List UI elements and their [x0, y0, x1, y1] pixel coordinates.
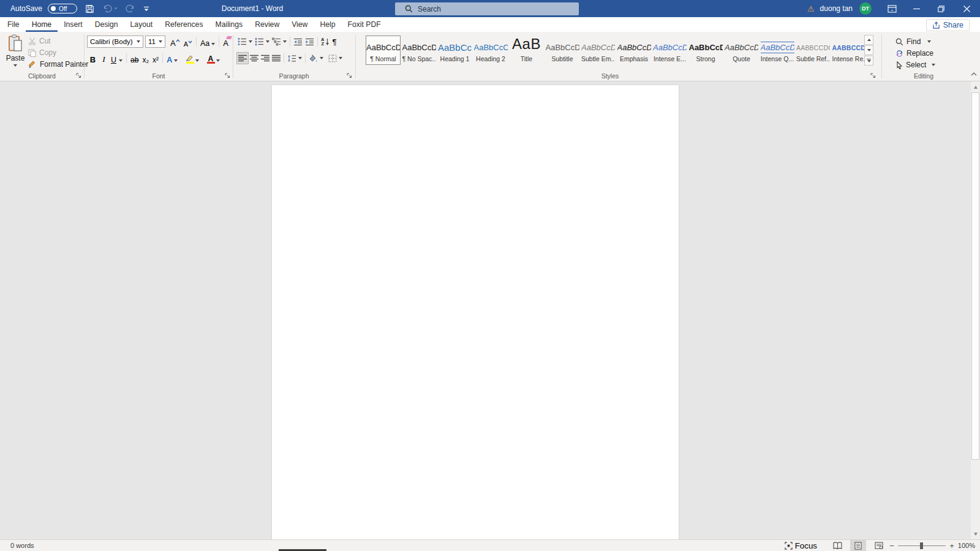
- zoom-level[interactable]: 100%: [957, 542, 980, 549]
- clear-formatting-button[interactable]: A: [221, 36, 230, 48]
- style-card[interactable]: AaBbCcDc ¶ No Spac...: [402, 36, 437, 65]
- shrink-font-button[interactable]: A: [182, 36, 194, 48]
- ribbon-tab[interactable]: View: [285, 17, 314, 32]
- line-spacing-button[interactable]: [286, 52, 303, 64]
- ribbon-tab[interactable]: Review: [249, 17, 285, 32]
- word-count[interactable]: 0 words: [0, 542, 34, 549]
- justify-button[interactable]: [271, 52, 282, 64]
- autosave-toggle[interactable]: Off: [48, 4, 77, 13]
- cut-button[interactable]: Cut: [28, 36, 51, 47]
- increase-indent-button[interactable]: [304, 36, 315, 48]
- font-color-button[interactable]: A: [204, 52, 222, 64]
- print-layout-button[interactable]: [850, 540, 866, 551]
- superscript-button[interactable]: x²: [151, 52, 160, 64]
- style-card[interactable]: AABBCCDC Subtle Ref...: [796, 36, 831, 65]
- strikethrough-button[interactable]: ab: [129, 52, 140, 64]
- save-button[interactable]: [85, 4, 94, 13]
- focus-mode-button[interactable]: Focus: [780, 540, 822, 551]
- style-card[interactable]: AaBbCcC Heading 2: [473, 36, 508, 65]
- style-card[interactable]: AaBbCcDc Intense Q...: [760, 36, 795, 65]
- ribbon-display-options-button[interactable]: [880, 0, 904, 17]
- ribbon-tab[interactable]: File: [1, 17, 26, 32]
- select-button[interactable]: Select: [895, 59, 935, 70]
- style-card[interactable]: AaBbCcDc Intense E...: [652, 36, 687, 65]
- font-dialog-launcher[interactable]: [224, 72, 231, 79]
- account-name[interactable]: duong tan: [820, 4, 853, 13]
- ribbon-tab[interactable]: Layout: [124, 17, 159, 32]
- minimize-button[interactable]: [904, 0, 929, 17]
- italic-button[interactable]: I: [99, 52, 109, 64]
- style-card[interactable]: AaBbCcDc Emphasis: [617, 36, 652, 65]
- styles-dialog-launcher[interactable]: [869, 72, 876, 79]
- zoom-slider-thumb[interactable]: [920, 542, 923, 549]
- align-left-button[interactable]: [236, 52, 249, 64]
- warning-icon[interactable]: ⚠: [807, 4, 815, 13]
- borders-button[interactable]: [327, 52, 344, 64]
- style-card[interactable]: AaBbCcDc Quote: [724, 36, 759, 65]
- scrollbar-down-button[interactable]: [971, 529, 980, 539]
- redo-button[interactable]: [126, 4, 135, 13]
- zoom-out-button[interactable]: −: [887, 541, 897, 550]
- font-name-combo[interactable]: Calibri (Body): [87, 36, 143, 48]
- shading-button[interactable]: [307, 52, 325, 64]
- align-right-button[interactable]: [260, 52, 271, 64]
- style-card[interactable]: AaBbCc Heading 1: [437, 36, 472, 65]
- style-card[interactable]: AaBbCcD Subtitle: [545, 36, 580, 65]
- search-box[interactable]: [395, 2, 579, 15]
- scrollbar-up-button[interactable]: [971, 82, 980, 92]
- web-layout-button[interactable]: [871, 540, 887, 551]
- grow-font-button[interactable]: A: [168, 36, 182, 48]
- increase-indent-icon: [305, 38, 314, 46]
- clipboard-dialog-launcher[interactable]: [75, 72, 82, 79]
- ribbon-tab[interactable]: References: [159, 17, 209, 32]
- multilevel-list-button[interactable]: [271, 36, 288, 48]
- copy-button[interactable]: Copy: [28, 47, 56, 58]
- styles-more-button[interactable]: [864, 56, 873, 66]
- styles-scroll-up-button[interactable]: [864, 35, 873, 45]
- numbering-button[interactable]: [254, 36, 271, 48]
- subscript-button[interactable]: x₂: [140, 52, 151, 64]
- vertical-scrollbar[interactable]: [971, 81, 980, 539]
- paragraph-dialog-launcher[interactable]: [345, 72, 353, 79]
- search-input[interactable]: [418, 5, 579, 13]
- style-card[interactable]: AaBbCcDc ¶ Normal: [366, 36, 401, 65]
- align-center-button[interactable]: [249, 52, 260, 64]
- zoom-slider[interactable]: [898, 540, 946, 551]
- decrease-indent-button[interactable]: [292, 36, 304, 48]
- text-effects-button[interactable]: A: [165, 52, 179, 64]
- style-card[interactable]: AaBbCcDc Subtle Em...: [581, 36, 616, 65]
- ribbon-tab[interactable]: Home: [26, 17, 58, 32]
- style-card[interactable]: AaB Title: [509, 36, 544, 65]
- ribbon-tab[interactable]: Help: [314, 17, 341, 32]
- document-page[interactable]: [272, 85, 679, 539]
- ribbon-tab[interactable]: Insert: [58, 17, 88, 32]
- read-mode-button[interactable]: [829, 540, 845, 551]
- customize-quick-access-button[interactable]: [143, 6, 149, 12]
- ribbon-tab[interactable]: Design: [89, 17, 124, 32]
- replace-button[interactable]: Replace: [895, 48, 933, 59]
- scrollbar-thumb[interactable]: [971, 92, 979, 460]
- zoom-in-button[interactable]: +: [947, 541, 957, 550]
- restore-button[interactable]: [929, 0, 953, 17]
- collapse-ribbon-button[interactable]: [970, 70, 978, 78]
- show-hide-marks-button[interactable]: ¶: [331, 36, 337, 48]
- style-card[interactable]: AaBbCcDc Strong: [688, 36, 723, 65]
- format-painter-button[interactable]: Format Painter: [28, 59, 88, 70]
- close-button[interactable]: [953, 0, 980, 17]
- ribbon-tab[interactable]: Foxit PDF: [341, 17, 386, 32]
- bold-button[interactable]: B: [87, 52, 99, 64]
- find-button[interactable]: Find: [895, 36, 931, 47]
- text-highlight-button[interactable]: [183, 52, 201, 64]
- underline-button[interactable]: U: [109, 52, 124, 64]
- ribbon-tab[interactable]: Mailings: [209, 17, 249, 32]
- undo-button[interactable]: [102, 4, 118, 13]
- styles-scroll-down-button[interactable]: [864, 45, 873, 55]
- bullets-button[interactable]: [236, 36, 254, 48]
- style-card[interactable]: AABBCCDC Intense Re...: [832, 36, 867, 65]
- account-avatar[interactable]: DT: [859, 2, 872, 15]
- eraser-icon: [226, 36, 232, 39]
- font-size-combo[interactable]: 11: [145, 36, 165, 48]
- change-case-button[interactable]: Aa: [198, 36, 217, 48]
- share-button[interactable]: Share: [926, 19, 970, 31]
- sort-button[interactable]: AZ: [320, 36, 331, 48]
